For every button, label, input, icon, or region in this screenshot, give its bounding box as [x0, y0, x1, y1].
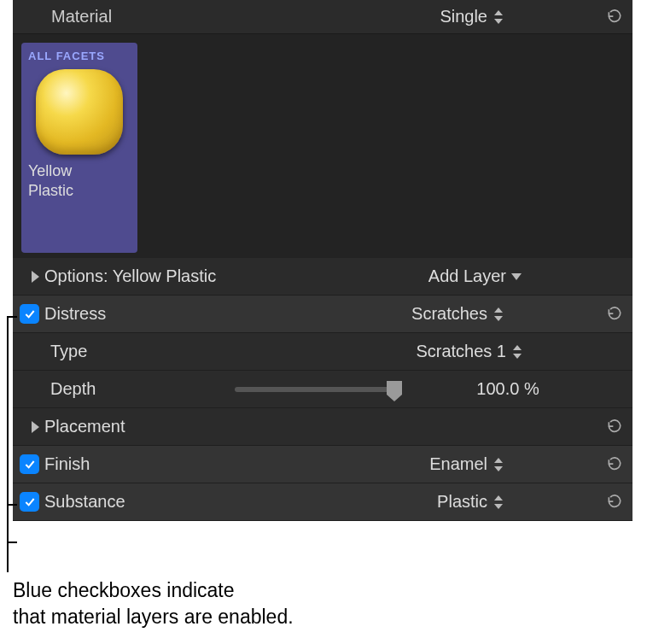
reset-icon[interactable] — [605, 455, 624, 474]
substance-row: Substance Plastic — [13, 483, 632, 521]
type-label: Type — [50, 342, 87, 361]
finish-row: Finish Enamel — [13, 446, 632, 483]
updown-icon — [511, 344, 522, 360]
material-preview-area: ALL FACETS Yellow Plastic — [13, 34, 632, 258]
panel-title: Material — [51, 7, 440, 26]
updown-icon — [493, 457, 503, 472]
finish-checkbox[interactable] — [20, 454, 39, 474]
placement-label: Placement — [44, 417, 125, 436]
updown-icon — [493, 307, 503, 322]
distress-subtype-value: Scratches 1 — [416, 342, 506, 361]
disclosure-icon[interactable] — [32, 421, 39, 433]
material-panel: Material Single ALL FACETS Yellow Plasti… — [13, 0, 632, 521]
reset-icon[interactable] — [605, 8, 624, 26]
options-row: Options: Yellow Plastic Add Layer — [13, 258, 632, 296]
material-mode-select[interactable]: Single — [440, 7, 605, 26]
substance-select[interactable]: Plastic — [437, 492, 503, 512]
placement-row: Placement — [13, 408, 632, 446]
panel-header: Material Single — [13, 0, 632, 34]
slider-thumb-icon[interactable] — [387, 381, 402, 395]
callout-line — [7, 316, 19, 572]
material-mode-label: Single — [440, 7, 487, 26]
add-layer-button[interactable]: Add Layer — [428, 266, 522, 286]
distress-subtype-select[interactable]: Scratches 1 — [416, 342, 522, 361]
substance-checkbox[interactable] — [20, 492, 39, 512]
updown-icon — [493, 495, 503, 510]
reset-icon[interactable] — [605, 493, 624, 512]
facet-card[interactable]: ALL FACETS Yellow Plastic — [21, 43, 137, 253]
substance-value: Plastic — [437, 492, 487, 512]
chevron-down-icon — [511, 273, 522, 280]
distress-value: Scratches — [411, 304, 487, 324]
disclosure-icon[interactable] — [32, 271, 39, 283]
distress-type-select[interactable]: Scratches — [411, 304, 503, 324]
distress-checkbox[interactable] — [20, 304, 39, 324]
add-layer-label: Add Layer — [428, 266, 506, 286]
finish-label: Finish — [44, 454, 90, 474]
reset-icon[interactable] — [605, 305, 624, 324]
distress-label: Distress — [44, 304, 106, 324]
depth-slider[interactable] — [235, 387, 397, 392]
substance-label: Substance — [44, 492, 125, 512]
reset-icon[interactable] — [605, 418, 624, 436]
facet-label: ALL FACETS — [28, 50, 105, 62]
caption-text: Blue checkboxes indicate that material l… — [13, 577, 294, 630]
facet-name: Yellow Plastic — [28, 161, 73, 202]
depth-label: Depth — [50, 379, 96, 399]
updown-icon — [493, 9, 503, 25]
distress-type-row: Type Scratches 1 — [13, 333, 632, 371]
depth-value[interactable]: 100.0 % — [423, 379, 593, 399]
finish-value: Enamel — [429, 454, 487, 474]
facet-swatch — [36, 69, 123, 155]
options-label: Options: Yellow Plastic — [44, 266, 216, 286]
distress-depth-row: Depth 100.0 % — [13, 371, 632, 408]
finish-select[interactable]: Enamel — [429, 454, 503, 474]
distress-row: Distress Scratches — [13, 296, 632, 333]
